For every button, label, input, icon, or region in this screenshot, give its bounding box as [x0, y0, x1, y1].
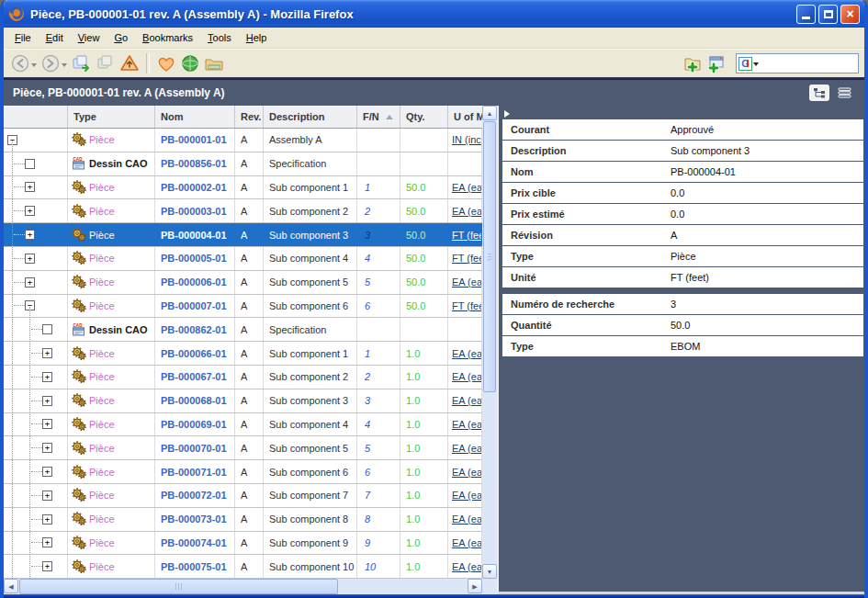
- part-number-link[interactable]: PB-000073-01: [155, 513, 227, 525]
- reload-button[interactable]: [70, 52, 94, 74]
- collapse-panel-arrow-icon[interactable]: [504, 110, 510, 118]
- vertical-scroll-thumb[interactable]: [483, 121, 496, 392]
- part-number-link[interactable]: PB-000072-01: [155, 490, 227, 501]
- browser-globe-icon[interactable]: [178, 52, 202, 74]
- horizontal-scroll-track[interactable]: [18, 579, 468, 594]
- unit-of-measure-link[interactable]: FT (feet): [448, 300, 482, 311]
- unit-of-measure-link[interactable]: EA (each): [448, 561, 482, 572]
- unit-of-measure-link[interactable]: FT (feet): [448, 230, 482, 241]
- scroll-left-button[interactable]: ◀: [4, 579, 18, 593]
- menu-go[interactable]: Go: [107, 29, 135, 46]
- part-number-link[interactable]: PB-000003-01: [155, 206, 227, 217]
- menu-view[interactable]: View: [71, 29, 107, 46]
- column-header-description[interactable]: Description: [264, 106, 357, 128]
- unit-of-measure-link[interactable]: EA (each): [448, 537, 482, 548]
- expand-toggle[interactable]: +: [25, 277, 35, 288]
- part-number-link[interactable]: PB-000074-01: [155, 537, 227, 548]
- menu-tools[interactable]: Tools: [200, 29, 239, 46]
- table-row[interactable]: +PiècePB-000006-01ASub component 5550.0E…: [4, 271, 482, 295]
- expand-toggle[interactable]: +: [42, 348, 52, 358]
- table-row[interactable]: +PiècePB-000002-01ASub component 1150.0E…: [4, 176, 482, 200]
- vertical-scroll-track[interactable]: [482, 120, 497, 564]
- part-number-link[interactable]: PB-000075-01: [155, 561, 227, 572]
- table-row[interactable]: +PiècePB-000074-01ASub component 991.0EA…: [4, 532, 482, 556]
- scroll-right-button[interactable]: ▶: [468, 579, 482, 593]
- table-row[interactable]: +PiècePB-000072-01ASub component 771.0EA…: [4, 484, 482, 508]
- part-number-link[interactable]: PB-000002-01: [155, 182, 227, 193]
- forward-button[interactable]: [39, 52, 62, 74]
- bookmarks-heart-icon[interactable]: [154, 52, 178, 74]
- part-number-link[interactable]: PB-000006-01: [155, 276, 227, 288]
- unit-of-measure-link[interactable]: EA (each): [448, 419, 482, 430]
- expand-toggle[interactable]: +: [42, 514, 52, 525]
- unit-of-measure-link[interactable]: EA (each): [448, 348, 482, 359]
- expand-toggle[interactable]: +: [42, 419, 52, 429]
- table-row[interactable]: +PiècePB-000068-01ASub component 331.0EA…: [4, 389, 482, 413]
- horizontal-scrollbar[interactable]: ◀ ▶: [4, 579, 497, 594]
- expand-toggle[interactable]: +: [42, 467, 52, 477]
- home-button[interactable]: [118, 52, 141, 74]
- search-engine-dropdown-icon[interactable]: [753, 62, 759, 69]
- unit-of-measure-link[interactable]: EA (each): [448, 371, 482, 382]
- tree-node-box[interactable]: [42, 324, 52, 334]
- search-input[interactable]: [753, 55, 858, 72]
- table-row[interactable]: −PiècePB-000007-01ASub component 6650.0F…: [4, 295, 482, 319]
- table-row[interactable]: +PiècePB-000070-01ASub component 551.0EA…: [4, 436, 482, 460]
- table-row[interactable]: −PiècePB-000001-01AAssembly AIN (inches): [4, 129, 482, 152]
- table-row[interactable]: +PiècePB-000073-01ASub component 881.0EA…: [4, 508, 482, 532]
- new-window-button[interactable]: [705, 52, 728, 74]
- part-number-link[interactable]: PB-000004-01: [155, 230, 227, 241]
- expand-toggle[interactable]: +: [42, 396, 52, 406]
- table-row[interactable]: +PiècePB-000004-01ASub component 3350.0F…: [4, 223, 482, 247]
- minimize-button[interactable]: [796, 5, 816, 24]
- table-row[interactable]: +PiècePB-000066-01ASub component 111.0EA…: [4, 342, 482, 366]
- part-number-link[interactable]: PB-000066-01: [155, 348, 227, 359]
- column-header-nom[interactable]: Nom: [155, 106, 235, 128]
- table-row[interactable]: +PiècePB-000071-01ASub component 661.0EA…: [4, 460, 482, 484]
- tree-node-box[interactable]: [25, 159, 35, 169]
- list-view-button[interactable]: [835, 85, 855, 101]
- unit-of-measure-link[interactable]: IN (inches): [448, 134, 482, 145]
- expand-toggle[interactable]: +: [25, 230, 35, 240]
- column-header-tree[interactable]: [4, 106, 68, 128]
- scroll-up-button[interactable]: ▲: [482, 106, 497, 120]
- table-row[interactable]: +PiècePB-000003-01ASub component 2250.0E…: [4, 199, 482, 223]
- unit-of-measure-link[interactable]: EA (each): [448, 395, 482, 406]
- unit-of-measure-link[interactable]: EA (each): [448, 206, 482, 217]
- part-number-link[interactable]: PB-000071-01: [155, 467, 227, 478]
- table-row[interactable]: +PiècePB-000075-01ASub component 10101.0…: [4, 555, 482, 579]
- unit-of-measure-link[interactable]: EA (each): [448, 490, 482, 501]
- expand-toggle[interactable]: +: [42, 561, 52, 571]
- new-folder-button[interactable]: [681, 52, 705, 74]
- expand-toggle[interactable]: +: [42, 491, 52, 501]
- part-number-link[interactable]: PB-000070-01: [155, 443, 227, 454]
- unit-of-measure-link[interactable]: EA (each): [448, 443, 482, 454]
- back-button[interactable]: [9, 52, 31, 74]
- back-history-dropdown-icon[interactable]: [31, 63, 37, 70]
- part-number-link[interactable]: PB-000069-01: [155, 419, 227, 430]
- expand-toggle[interactable]: +: [42, 537, 52, 547]
- menu-bookmarks[interactable]: Bookmarks: [135, 29, 200, 46]
- part-number-link[interactable]: PB-000856-01: [155, 158, 227, 169]
- part-number-link[interactable]: PB-000068-01: [155, 395, 227, 406]
- menu-edit[interactable]: Edit: [39, 29, 71, 46]
- column-header-fn[interactable]: F/N: [357, 106, 400, 128]
- unit-of-measure-link[interactable]: EA (each): [448, 182, 482, 193]
- table-row[interactable]: +PiècePB-000067-01ASub component 221.0EA…: [4, 366, 482, 389]
- forward-history-dropdown-icon[interactable]: [62, 63, 67, 70]
- close-button[interactable]: ×: [840, 5, 860, 24]
- part-number-link[interactable]: PB-000005-01: [155, 253, 227, 264]
- column-header-rev[interactable]: Rev.: [235, 106, 264, 128]
- maximize-button[interactable]: [818, 5, 838, 24]
- column-header-uofm[interactable]: U of M: [448, 106, 482, 128]
- unit-of-measure-link[interactable]: EA (each): [448, 513, 482, 525]
- scroll-down-button[interactable]: ▼: [482, 564, 497, 579]
- expand-toggle[interactable]: +: [25, 206, 35, 216]
- expand-toggle[interactable]: +: [42, 372, 52, 382]
- expand-toggle[interactable]: +: [25, 254, 35, 264]
- menu-help[interactable]: Help: [239, 29, 275, 46]
- part-number-link[interactable]: PB-000007-01: [155, 300, 227, 311]
- unit-of-measure-link[interactable]: FT (feet): [448, 253, 482, 264]
- tree-view-button[interactable]: [809, 85, 829, 101]
- table-row[interactable]: +PiècePB-000005-01ASub component 4450.0F…: [4, 247, 482, 271]
